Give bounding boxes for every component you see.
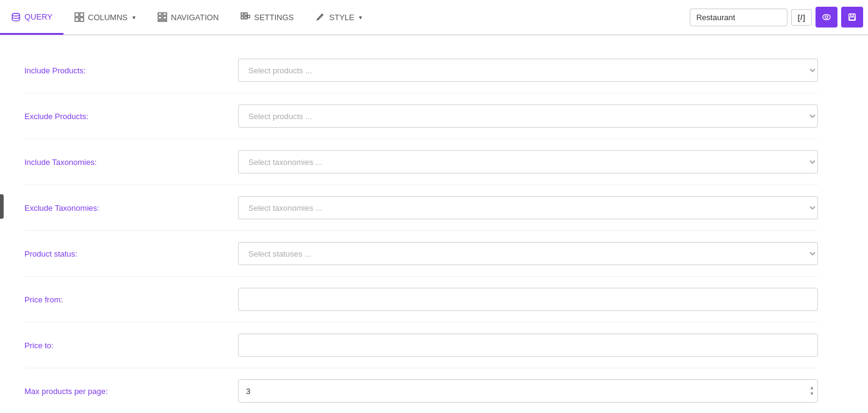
control-wrap-max-products: ▲ ▼ <box>238 379 818 403</box>
form-row-price-to: Price to: <box>24 323 818 368</box>
form-row-include-taxonomies: Include Taxonomies: Select taxonomies ..… <box>24 139 818 185</box>
select-product-status[interactable]: Select statuses ... <box>238 242 818 265</box>
svg-point-15 <box>823 15 830 20</box>
select-exclude-products[interactable]: Select products ... <box>238 104 818 128</box>
svg-rect-2 <box>80 13 84 16</box>
label-exclude-taxonomies: Exclude Taxonomies: <box>24 203 238 213</box>
tab-columns[interactable]: COLUMNS ▾ <box>63 1 146 35</box>
spinner-down-icon[interactable]: ▼ <box>809 392 814 397</box>
select-include-taxonomies[interactable]: Select taxonomies ... <box>238 150 818 174</box>
chevron-down-icon: ▾ <box>132 14 136 21</box>
svg-rect-19 <box>850 17 855 20</box>
label-price-from: Price from: <box>24 295 238 304</box>
svg-point-0 <box>12 13 20 15</box>
control-wrap-price-to <box>238 334 818 357</box>
control-wrap-include-taxonomies: Select taxonomies ... <box>238 150 818 174</box>
svg-rect-8 <box>163 16 167 19</box>
form-row-exclude-taxonomies: Exclude Taxonomies: Select taxonomies ..… <box>24 185 818 231</box>
label-price-to: Price to: <box>24 341 238 350</box>
svg-rect-4 <box>80 18 84 21</box>
control-wrap-exclude-taxonomies: Select taxonomies ... <box>238 196 818 219</box>
spinner-arrows: ▲ ▼ <box>809 386 814 397</box>
label-include-taxonomies: Include Taxonomies: <box>24 158 238 167</box>
control-wrap-price-from <box>238 288 818 311</box>
tab-settings-label: SETTINGS <box>254 13 294 22</box>
spinner-max-products: ▲ ▼ <box>238 379 818 403</box>
svg-rect-6 <box>163 13 167 15</box>
sidebar-handle[interactable] <box>0 194 4 219</box>
select-exclude-taxonomies[interactable]: Select taxonomies ... <box>238 196 818 219</box>
top-nav: QUERY COLUMNS ▾ NAVIGATION <box>0 0 868 35</box>
save-icon <box>848 12 856 22</box>
tab-navigation[interactable]: NAVIGATION <box>146 1 230 35</box>
pencil-icon <box>316 12 325 22</box>
form-row-exclude-products: Exclude Products: Select products ... <box>24 93 818 139</box>
label-exclude-products: Exclude Products: <box>24 112 238 121</box>
form-row-include-products: Include Products: Select products ... <box>24 48 818 93</box>
tab-navigation-label: NAVIGATION <box>171 13 219 22</box>
bracket-button[interactable]: [/] <box>791 9 812 26</box>
form-row-max-products: Max products per page: ▲ ▼ <box>24 368 818 413</box>
navigation-icon <box>157 12 167 22</box>
svg-rect-12 <box>241 16 244 19</box>
style-chevron-down-icon: ▾ <box>359 14 362 21</box>
label-include-products: Include Products: <box>24 66 238 75</box>
svg-rect-3 <box>75 18 79 21</box>
input-price-to[interactable] <box>238 334 818 357</box>
svg-rect-14 <box>247 15 250 18</box>
control-wrap-include-products: Select products ... <box>238 59 818 82</box>
svg-point-16 <box>825 16 828 18</box>
tab-query[interactable]: QUERY <box>0 1 63 35</box>
eye-icon <box>822 13 831 21</box>
tab-columns-label: COLUMNS <box>88 13 128 22</box>
nav-right: [/] <box>690 7 868 27</box>
database-icon <box>11 12 21 22</box>
svg-rect-7 <box>158 16 162 19</box>
input-max-products[interactable] <box>238 379 818 403</box>
svg-rect-18 <box>850 14 853 16</box>
label-product-status: Product status: <box>24 249 238 258</box>
main-content: Include Products: Select products ... Ex… <box>0 35 842 413</box>
tab-style-label: STYLE <box>329 13 354 22</box>
tab-style[interactable]: STYLE ▾ <box>305 1 373 35</box>
tab-settings[interactable]: SETTINGS <box>230 1 305 35</box>
eye-button[interactable] <box>816 7 837 27</box>
svg-rect-5 <box>158 13 162 15</box>
control-wrap-exclude-products: Select products ... <box>238 104 818 128</box>
save-button[interactable] <box>841 7 863 27</box>
control-wrap-product-status: Select statuses ... <box>238 242 818 265</box>
svg-rect-9 <box>158 20 167 21</box>
settings-icon <box>241 12 250 22</box>
form-row-product-status: Product status: Select statuses ... <box>24 231 818 277</box>
svg-rect-10 <box>241 13 244 15</box>
spinner-up-icon[interactable]: ▲ <box>809 386 814 390</box>
tab-query-label: QUERY <box>24 12 52 21</box>
form-row-price-from: Price from: <box>24 277 818 323</box>
restaurant-input[interactable] <box>690 9 787 26</box>
label-max-products: Max products per page: <box>24 387 238 396</box>
svg-rect-1 <box>75 13 79 16</box>
select-include-products[interactable]: Select products ... <box>238 59 818 82</box>
input-price-from[interactable] <box>238 288 818 311</box>
grid-icon <box>74 12 84 22</box>
